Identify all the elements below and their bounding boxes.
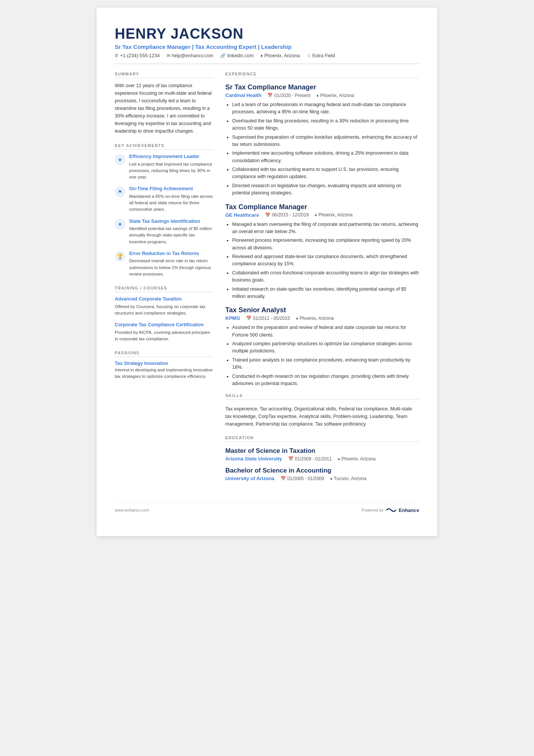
left-column: SUMMARY With over 12 years of tax compli…	[115, 72, 213, 487]
bullet-1-5: Collaborated with tax accounting teams t…	[232, 166, 419, 181]
skills-label: SKILLS	[225, 393, 419, 400]
achievement-icon-3: ★	[115, 219, 125, 230]
email-icon: ✉	[167, 53, 170, 58]
candidate-title: Sr Tax Compliance Manager | Tax Accounti…	[115, 44, 419, 50]
achievement-item-4: 🏆 Error Reduction in Tax Returns Decreas…	[115, 250, 213, 277]
job-dates-2: 📅 06/2015 - 12/2019	[265, 212, 309, 218]
edu-dates-1: 📅 01/2009 - 01/2011	[288, 456, 332, 462]
bullet-2-1: Managed a team overseeing the filing of …	[232, 221, 419, 236]
edu-degree-2: Bachelor of Science in Accounting	[225, 467, 419, 474]
skills-text: Tax experience, Tax accounting, Organiza…	[225, 405, 419, 428]
achievement-desc-1: Led a project that improved tax complian…	[129, 161, 213, 181]
achievement-item-3: ★ State Tax Savings Identification Ident…	[115, 218, 213, 245]
job-company-3: KPMG	[225, 315, 240, 321]
edu-school-2: University of Arizona	[225, 476, 275, 481]
footer-brand: Powered by Enhancv	[362, 507, 419, 513]
extra-icon: ☆	[307, 53, 311, 58]
job-dates-1: 📅 01/2020 - Present	[267, 93, 310, 98]
bullet-2-5: Initiated research on state-specific tax…	[232, 286, 419, 301]
job-2: Tax Compliance Manager GE Healthcare 📅 0…	[225, 203, 419, 301]
course-title-1: Advanced Corporate Taxation	[115, 296, 213, 303]
education-list: Master of Science in Taxation Arizona St…	[225, 447, 419, 481]
calendar-edu-icon-2: 📅	[281, 476, 286, 481]
contact-linkedin: 🔗 linkedin.com	[220, 53, 253, 58]
resume-page: HENRY JACKSON Sr Tax Compliance Manager …	[97, 8, 437, 536]
calendar-edu-icon-1: 📅	[288, 456, 294, 461]
edu-meta-1: Arizona State University 📅 01/2009 - 01/…	[225, 456, 419, 462]
bullet-1-1: Led a team of tax professionals in manag…	[232, 101, 419, 116]
job-1: Sr Tax Compliance Manager Cardinal Healt…	[225, 83, 419, 197]
job-location-3: ♦ Phoenix, Arizona	[296, 316, 334, 321]
edu-location-2: ♦ Tucson, Arizona	[330, 476, 366, 481]
job-company-1: Cardinal Health	[225, 92, 261, 98]
linkedin-icon: 🔗	[220, 53, 226, 58]
achievement-title-1: Efficiency Improvement Leader	[129, 153, 213, 160]
edu-meta-2: University of Arizona 📅 01/2005 - 01/200…	[225, 476, 419, 481]
candidate-name: HENRY JACKSON	[115, 26, 419, 42]
achievement-icon-2: ⚑	[115, 186, 125, 197]
calendar-icon-2: 📅	[265, 213, 270, 218]
pin-icon-3: ♦	[296, 316, 298, 321]
edu-location-1: ♦ Phoenix, Arizona	[338, 456, 376, 462]
training-list: Advanced Corporate Taxation Offered by C…	[115, 296, 213, 342]
job-meta-3: KPMG 📅 01/2011 - 05/2015 ♦ Phoenix, Ariz…	[225, 315, 419, 321]
pin-icon-1: ♦	[317, 93, 319, 98]
job-location-1: ♦ Phoenix, Arizona	[317, 93, 354, 98]
calendar-icon-1: 📅	[267, 93, 273, 98]
job-meta-2: GE Healthcare 📅 06/2015 - 12/2019 ♦ Phoe…	[225, 212, 419, 218]
pin-edu-icon-1: ♦	[338, 457, 340, 461]
training-label: TRAINING / COURSES	[115, 286, 213, 292]
edu-dates-2: 📅 01/2005 - 01/2009	[281, 476, 324, 481]
achievement-desc-2: Maintained a 95% on-time filing rate acr…	[129, 193, 213, 213]
achievement-desc-3: Identified potential tax savings of $5 m…	[129, 225, 213, 245]
header: HENRY JACKSON Sr Tax Compliance Manager …	[115, 26, 419, 64]
achievements-list: ★ Efficiency Improvement Leader Led a pr…	[115, 153, 213, 277]
bullet-3-4: Conducted in-depth research on tax regul…	[232, 373, 419, 388]
bullet-3-1: Assisted in the preparation and review o…	[232, 324, 419, 339]
edu-item-2: Bachelor of Science in Accounting Univer…	[225, 467, 419, 481]
edu-school-1: Arizona State University	[225, 456, 282, 462]
job-3: Tax Senior Analyst KPMG 📅 01/2011 - 05/2…	[225, 306, 419, 387]
job-bullets-3: Assisted in the preparation and review o…	[225, 324, 419, 387]
contact-extra: ☆ Extra Field	[307, 53, 335, 58]
passion-item-1: Tax Strategy Innovation Interest in deve…	[115, 361, 213, 380]
contact-location: ♦ Phoenix, Arizona	[261, 53, 300, 58]
job-bullets-2: Managed a team overseeing the filing of …	[225, 221, 419, 301]
bullet-2-3: Reviewed and approved state-level tax co…	[232, 253, 419, 268]
course-desc-1: Offered by Coursera, focusing on corpora…	[115, 304, 213, 317]
summary-label: SUMMARY	[115, 72, 213, 78]
footer-url: www.enhancv.com	[115, 508, 149, 512]
summary-text: With over 12 years of tax compliance exp…	[115, 82, 213, 135]
bullet-1-6: Directed research on legislative tax cha…	[232, 182, 419, 197]
achievement-icon-1: ★	[115, 154, 125, 165]
contact-email: ✉ help@enhancv.com	[167, 53, 214, 58]
pin-icon-2: ♦	[315, 213, 317, 217]
course-title-2: Corporate Tax Compliance Certification	[115, 322, 213, 329]
achievement-item-1: ★ Efficiency Improvement Leader Led a pr…	[115, 153, 213, 180]
edu-degree-1: Master of Science in Taxation	[225, 447, 419, 455]
education-label: EDUCATION	[225, 435, 419, 442]
achievement-title-2: On-Time Filing Achievement	[129, 186, 213, 193]
contact-phone: ✆ +1-(234)-555-1234	[115, 53, 160, 58]
achievement-title-3: State Tax Savings Identification	[129, 218, 213, 225]
course-item-2: Corporate Tax Compliance Certification P…	[115, 322, 213, 342]
job-title-1: Sr Tax Compliance Manager	[225, 83, 419, 91]
passions-label: PASSIONS	[115, 351, 213, 357]
passion-desc-1: Interest in developing and implementing …	[115, 367, 213, 380]
bullet-3-2: Analyzed complex partnership structures …	[232, 340, 419, 355]
calendar-icon-3: 📅	[246, 316, 251, 321]
edu-item-1: Master of Science in Taxation Arizona St…	[225, 447, 419, 462]
main-content: SUMMARY With over 12 years of tax compli…	[115, 72, 419, 487]
passion-title-1: Tax Strategy Innovation	[115, 361, 213, 366]
bullet-1-2: Overhauled the tax filing procedures, re…	[232, 117, 419, 132]
brand-name: Enhancv	[399, 507, 419, 513]
achievement-item-2: ⚑ On-Time Filing Achievement Maintained …	[115, 186, 213, 213]
job-bullets-1: Led a team of tax professionals in manag…	[225, 101, 419, 197]
enhancv-logo-icon	[386, 507, 397, 513]
job-company-2: GE Healthcare	[225, 212, 259, 218]
bullet-1-3: Supervised the preparation of complex bo…	[232, 134, 419, 149]
job-dates-3: 📅 01/2011 - 05/2015	[246, 316, 290, 321]
course-desc-2: Provided by AICPA, covering advanced pri…	[115, 329, 213, 343]
passions-list: Tax Strategy Innovation Interest in deve…	[115, 361, 213, 380]
phone-icon: ✆	[115, 53, 119, 58]
